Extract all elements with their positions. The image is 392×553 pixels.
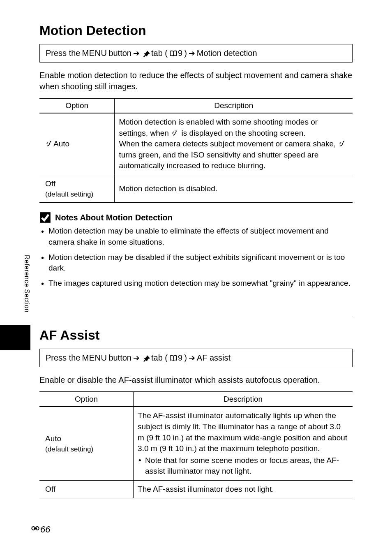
table-header-row: Option Description [39, 98, 353, 113]
warning-icon [39, 212, 51, 223]
description-cell: Motion detection is disabled. [115, 175, 353, 202]
arrow-icon: ➔ [133, 49, 140, 58]
desc-text: turns green, and the ISO sensitivity and… [119, 150, 318, 170]
arrow-icon: ➔ [133, 353, 140, 363]
option-cell: Off (default setting) [39, 175, 115, 202]
list-item: Motion detection may be unable to elimin… [39, 226, 353, 248]
motion-intro-text: Enable motion detection to reduce the ef… [39, 70, 353, 92]
notes-list: Motion detection may be unable to elimin… [39, 226, 353, 289]
table-row: Off (default setting) Motion detection i… [39, 175, 353, 202]
af-options-table: Option Description Auto (default setting… [39, 391, 353, 498]
page-ref: 9 [169, 49, 182, 58]
option-label: Off [45, 179, 55, 188]
menu-button-label: MENU [82, 49, 107, 58]
description-cell: The AF-assist illuminator automatically … [134, 407, 353, 480]
side-tab-marker [0, 325, 30, 350]
option-cell: Off [39, 480, 134, 498]
motion-options-table: Option Description Auto Motion detection… [39, 98, 353, 203]
nav-text: Press the [46, 49, 80, 58]
desc-text: When the camera detects subject movement… [119, 139, 338, 148]
page-number: 66 [40, 524, 50, 535]
col-option: Option [39, 392, 134, 407]
option-cell: Auto (default setting) [39, 407, 134, 480]
table-header-row: Option Description [39, 392, 353, 407]
nav-target: Motion detection [197, 49, 257, 58]
option-label: Off [45, 485, 55, 493]
nav-text: Press the [46, 353, 80, 363]
nav-text: ) [184, 353, 187, 363]
table-row: Off The AF-assist illuminator does not l… [39, 480, 353, 498]
af-assist-heading: AF Assist [39, 328, 353, 343]
wrench-icon [141, 49, 150, 58]
col-description: Description [115, 98, 353, 113]
col-option: Option [39, 98, 115, 113]
af-nav-path: Press the MENU button ➔ tab ( 9 ) ➔ AF a… [39, 349, 353, 367]
notes-title: Notes About Motion Detection [55, 213, 173, 222]
table-row: Auto Motion detection is enabled with so… [39, 113, 353, 175]
col-description: Description [134, 392, 353, 407]
inner-bullet-list: Note that for some scene modes or focus … [138, 455, 348, 477]
nav-text: button [108, 353, 131, 363]
nav-text: ) [184, 49, 187, 58]
page-ref: 9 [169, 353, 182, 363]
page-ref-number: 9 [178, 49, 182, 58]
side-tab-label: Reference Section [23, 255, 30, 316]
book-icon [169, 49, 178, 58]
motion-icon [45, 139, 53, 148]
section-divider [39, 316, 353, 316]
nav-text: tab ( [151, 49, 168, 58]
book-icon [169, 354, 178, 362]
notes-heading: Notes About Motion Detection [39, 212, 353, 223]
arrow-icon: ➔ [189, 49, 195, 58]
option-sublabel: (default setting) [45, 190, 110, 199]
menu-button-label: MENU [82, 353, 107, 363]
motion-icon [171, 129, 179, 137]
option-cell: Auto [39, 113, 115, 175]
option-label: Auto [45, 434, 61, 443]
motion-icon [338, 139, 346, 148]
description-cell: The AF-assist illuminator does not light… [134, 480, 353, 498]
motion-detection-heading: Motion Detection [39, 23, 353, 38]
motion-notes-block: Notes About Motion Detection Motion dete… [39, 212, 353, 289]
link-icon [31, 524, 39, 532]
page-ref-number: 9 [178, 353, 182, 363]
option-label: Auto [53, 139, 69, 148]
desc-text: is displayed on the shooting screen. [181, 129, 305, 137]
list-item: Note that for some scene modes or focus … [138, 455, 348, 477]
af-intro-text: Enable or disable the AF-assist illumina… [39, 375, 353, 386]
nav-target: AF assist [197, 353, 231, 363]
nav-text: button [108, 49, 131, 58]
arrow-icon: ➔ [189, 353, 195, 363]
nav-text: tab ( [151, 353, 168, 363]
wrench-icon [141, 354, 150, 362]
svg-rect-3 [34, 528, 37, 529]
table-row: Auto (default setting) The AF-assist ill… [39, 407, 353, 480]
list-item: Motion detection may be disabled if the … [39, 252, 353, 274]
list-item: The images captured using motion detecti… [39, 278, 353, 289]
desc-text: The AF-assist illuminator automatically … [138, 411, 347, 453]
motion-nav-path: Press the MENU button ➔ tab ( 9 ) ➔ Moti… [39, 44, 353, 62]
option-sublabel: (default setting) [45, 444, 129, 454]
page-footer: 66 [31, 524, 50, 535]
description-cell: Motion detection is enabled with some sh… [115, 113, 353, 175]
